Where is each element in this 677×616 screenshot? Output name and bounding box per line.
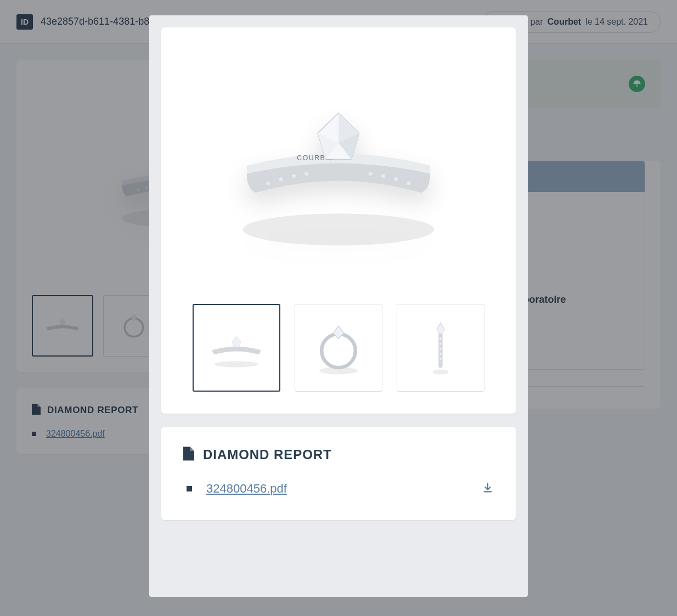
modal-thumbnail-2[interactable]: [295, 304, 382, 392]
svg-marker-32: [232, 336, 241, 347]
modal-gallery: COURBET: [161, 27, 516, 414]
modal-report-line: 324800456.pdf: [183, 482, 494, 496]
svg-point-25: [291, 174, 296, 179]
svg-point-27: [368, 171, 373, 176]
modal-overlay[interactable]: COURBET: [0, 0, 677, 616]
modal-thumbnail-1[interactable]: [193, 304, 280, 392]
svg-point-30: [407, 181, 411, 186]
modal-report-title: DIAMOND REPORT: [203, 447, 332, 462]
svg-point-39: [439, 337, 442, 340]
svg-marker-35: [333, 326, 344, 338]
svg-point-31: [215, 361, 258, 367]
svg-point-24: [279, 177, 284, 182]
modal: COURBET: [149, 15, 528, 597]
svg-point-42: [439, 353, 442, 355]
modal-thumbnail-row: [181, 304, 496, 392]
svg-point-28: [381, 174, 386, 179]
svg-point-36: [432, 369, 448, 374]
svg-point-29: [393, 177, 398, 182]
modal-report-panel: DIAMOND REPORT 324800456.pdf: [161, 427, 516, 520]
modal-main-image[interactable]: COURBET: [181, 49, 496, 285]
svg-marker-38: [437, 323, 445, 335]
svg-point-26: [304, 171, 309, 176]
svg-point-40: [439, 342, 442, 345]
file-icon: [183, 447, 194, 463]
modal-report-link[interactable]: 324800456.pdf: [206, 482, 287, 496]
bullet-icon: [187, 486, 192, 491]
svg-point-43: [439, 358, 442, 360]
modal-report-header: DIAMOND REPORT: [183, 447, 494, 463]
download-icon[interactable]: [482, 482, 494, 496]
svg-point-41: [439, 348, 442, 351]
ring-image-icon: COURBET: [218, 80, 459, 255]
svg-point-16: [242, 213, 434, 245]
modal-thumbnail-3[interactable]: [397, 304, 484, 392]
svg-point-23: [266, 181, 271, 186]
